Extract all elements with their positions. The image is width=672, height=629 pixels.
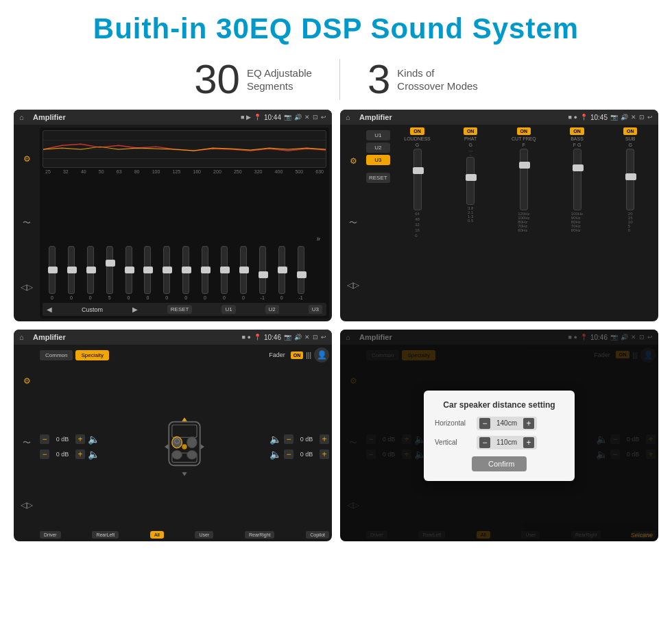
common-tab[interactable]: Common [40,350,73,360]
rearleft-btn[interactable]: RearLeft [92,531,119,539]
vol-plus-fl[interactable]: + [75,434,85,444]
crossover-window-icon: ⊡ [639,114,645,121]
user-btn[interactable]: User [195,531,213,539]
crossover-volume-icon: 🔊 [621,114,628,121]
vol-minus-rr[interactable]: − [284,449,293,459]
crossover-x-icon[interactable]: ✕ [631,114,636,121]
preset-u3[interactable]: U3 [366,155,390,165]
loudness-track[interactable] [413,149,422,210]
slider-10[interactable]: 0 [221,246,228,300]
phat-freq-labels: —~ [468,149,472,157]
channel-bass: ON BASS F G 100Hz90Hz80Hz70Hz60Hz [552,127,603,319]
vol-minus-rl[interactable]: − [40,449,49,459]
x-icon[interactable]: ✕ [304,114,310,121]
phat-track[interactable] [466,157,475,205]
horizontal-minus-btn[interactable]: − [479,418,490,429]
fader-wave-icon[interactable]: 〜 [23,437,31,449]
horizontal-stepper: − 140cm + [477,417,537,430]
back-icon[interactable]: ↩ [321,114,326,121]
svg-marker-11 [182,417,187,421]
horizontal-label: Horizontal [435,419,472,427]
crossover-tune-icon[interactable]: ⚙ [350,156,357,166]
vol-plus-rl[interactable]: + [75,449,85,459]
sub-label: SUB [625,136,635,141]
fader-main-panel: Common Specialty Fader ON ||| 👤 − 0 dB +… [40,347,329,539]
crossover-wave-icon[interactable]: 〜 [349,217,357,229]
home-icon[interactable]: ⌂ [19,112,29,122]
slider-5[interactable]: 0 [125,246,132,300]
bass-toggle[interactable]: ON [570,127,584,135]
eq-u2-btn[interactable]: U2 [265,305,279,314]
specialty-tab[interactable]: Specialty [75,350,108,360]
cutfreq-toggle[interactable]: ON [517,127,531,135]
eq-tune-icon[interactable]: ⚙ [23,154,31,164]
slider-11[interactable]: 0 [240,246,247,300]
crossover-reset-btn[interactable]: RESET [366,173,390,183]
fader-top-bar: Common Specialty Fader ON ||| 👤 [40,347,329,362]
vol-value-fr: 0 dB [296,436,317,443]
all-btn[interactable]: All [150,531,164,539]
more-icon[interactable]: » [316,235,320,243]
slider-8[interactable]: 0 [182,246,189,300]
rearright-btn[interactable]: RearRight [245,531,275,539]
driver-btn[interactable]: Driver [40,531,61,539]
fader-vol-icon[interactable]: ◁▷ [21,500,33,510]
crossover-vol-icon[interactable]: ◁▷ [347,280,359,290]
slider-12[interactable]: -1 [259,246,266,300]
freq-320: 320 [254,169,263,174]
vol-value-rr: 0 dB [296,451,317,458]
eq-next-btn[interactable]: ▶ [132,306,138,313]
vol-value-rl: 0 dB [52,451,73,458]
fader-back-icon[interactable]: ↩ [321,334,326,341]
cutfreq-track[interactable] [520,149,528,210]
loudness-toggle[interactable]: ON [410,127,424,135]
preset-u1[interactable]: U1 [366,130,390,140]
slider-3[interactable]: 0 [87,246,94,300]
svg-rect-4 [172,425,197,437]
eq-screen-title: Amplifier [33,113,237,121]
fader-x-icon[interactable]: ✕ [304,334,310,341]
sub-toggle[interactable]: ON [623,127,638,135]
eq-reset-btn[interactable]: RESET [167,305,193,314]
eq-freq-labels: 25 32 40 50 63 80 100 125 160 200 250 32… [43,168,326,175]
vol-value-fl: 0 dB [52,436,73,443]
fader-label: Fader [269,352,285,358]
fader-left-panel: − 0 dB + 🔈 − 0 dB + 🔈 [40,434,99,460]
eq-wave-icon[interactable]: 〜 [23,217,31,229]
crossover-channels-row: ON LOUDNESS G 644832160 ON [392,127,656,319]
slider-2[interactable]: 0 [68,246,75,300]
eq-prev-btn[interactable]: ◀ [47,306,52,313]
slider-13[interactable]: 0 [278,246,285,300]
slider-14[interactable]: -1 [298,246,304,300]
crossover-home-icon[interactable]: ⌂ [346,112,355,122]
location-icon: 📍 [254,114,261,121]
phat-toggle[interactable]: ON [464,127,478,135]
vol-plus-rr[interactable]: + [320,449,329,459]
vol-plus-fr[interactable]: + [320,434,329,444]
user-profile-icon[interactable]: 👤 [314,347,329,362]
vertical-plus-btn[interactable]: + [523,437,534,448]
vol-minus-fl[interactable]: − [40,434,49,444]
horizontal-plus-btn[interactable]: + [523,418,534,429]
eq-u3-btn[interactable]: U3 [309,305,322,314]
eq-u1-btn[interactable]: U1 [221,305,235,314]
copilot-btn[interactable]: Copilot [306,531,329,539]
vertical-minus-btn[interactable]: − [479,437,490,448]
fader-tune-icon[interactable]: ⚙ [23,376,31,386]
fader-volume-icon: 🔊 [294,334,302,341]
slider-1[interactable]: 0 [49,246,56,300]
fader-location-icon: 📍 [254,334,261,341]
bass-track[interactable] [573,149,581,210]
crossover-back-icon[interactable]: ↩ [647,114,653,121]
slider-4[interactable]: 5 [106,246,113,300]
fader-home-icon[interactable]: ⌂ [19,332,29,342]
vol-minus-fr[interactable]: − [284,434,293,444]
preset-u2[interactable]: U2 [366,143,390,153]
confirm-button[interactable]: Confirm [472,456,527,471]
slider-9[interactable]: 0 [202,246,208,300]
sub-track[interactable] [626,149,634,210]
slider-7[interactable]: 0 [163,246,170,300]
slider-6[interactable]: 0 [144,246,151,300]
eq-vol-icon[interactable]: ◁▷ [21,282,33,292]
fader-toggle[interactable]: ON [291,352,304,359]
